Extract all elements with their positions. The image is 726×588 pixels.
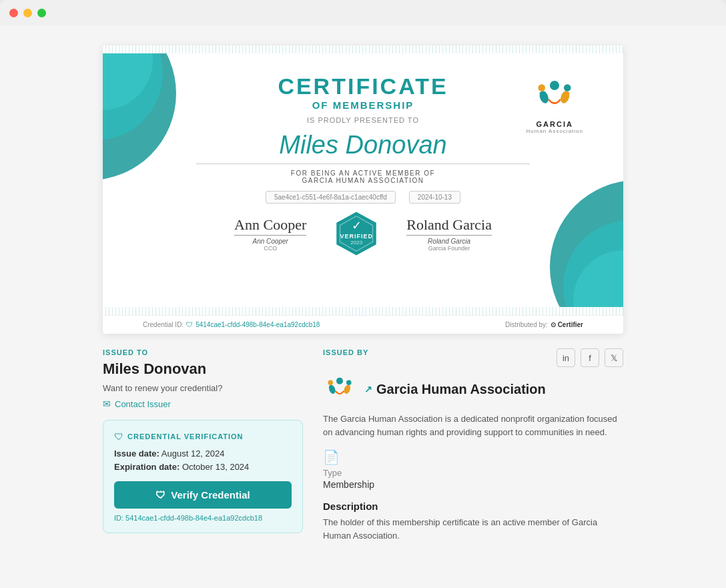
contact-issuer-link[interactable]: ✉ Contact Issuer — [103, 398, 303, 409]
verify-id: ID: 5414cae1-cfdd-498b-84e4-ea1a92cdcb18 — [114, 514, 292, 522]
cert-recipient-name: Miles Donovan — [143, 131, 583, 160]
document-icon: 📄 — [323, 449, 623, 465]
badge-year: 2023 — [333, 240, 380, 246]
description-text: The holder of this membership certificat… — [323, 516, 623, 542]
right-column: ISSUED BY in f 𝕏 — [323, 348, 623, 542]
certificate-header: CERTIFICATE OF MEMBERSHIP IS PRODLY PRES… — [143, 73, 583, 124]
renew-text: Want to renew your credential? — [103, 383, 303, 393]
maximize-button[interactable] — [37, 9, 46, 17]
signer1: Ann Cooper Ann Cooper CCO — [234, 216, 306, 252]
external-link-icon: ↗ — [364, 384, 372, 394]
svg-point-6 — [550, 81, 559, 90]
garcia-logo-sub: Human Association — [526, 128, 583, 134]
type-label: Type — [323, 468, 623, 478]
shield-icon: 🛡 — [114, 431, 123, 442]
issue-date-row: Issue date: August 12, 2024 — [114, 449, 292, 459]
certifier-logo: ⊙ Certifier — [551, 321, 583, 328]
page-wrapper: CERTIFICATE OF MEMBERSHIP IS PRODLY PRES… — [0, 25, 726, 588]
cert-logo: GARCIA Human Association — [526, 73, 583, 134]
type-value: Membership — [323, 479, 623, 490]
issuer-name: ↗ Garcia Human Association — [364, 382, 546, 397]
signer1-name: Ann Cooper — [234, 238, 306, 245]
signer2-name: Roland Garcia — [406, 238, 492, 245]
svg-point-13 — [336, 378, 343, 384]
shield-verify-icon: 🛡 — [155, 489, 165, 501]
certifier-brand: Distributed by: ⊙ Certifier — [505, 321, 583, 328]
twitter-icon[interactable]: 𝕏 — [605, 348, 623, 367]
linkedin-icon[interactable]: in — [557, 348, 575, 367]
cert-signers: Ann Cooper Ann Cooper CCO ✓ VERIFIED — [143, 210, 583, 257]
cert-divider — [196, 164, 530, 164]
verif-title: CREDENTIAL VERIFICATION — [127, 432, 244, 440]
signer1-signature: Ann Cooper — [234, 216, 306, 236]
type-section: 📄 Type Membership — [323, 449, 623, 490]
bottom-section: ISSUED TO Miles Donovan Want to renew yo… — [103, 348, 623, 542]
signer2-signature: Roland Garcia — [406, 216, 492, 236]
verification-box: 🛡 CREDENTIAL VERIFICATION Issue date: Au… — [103, 420, 303, 533]
certificate-card: CERTIFICATE OF MEMBERSHIP IS PRODLY PRES… — [103, 45, 623, 334]
issuer-row: ↗ Garcia Human Association — [323, 372, 623, 406]
cert-date-field: 2024-10-13 — [409, 191, 460, 204]
corner-decoration-br — [536, 174, 623, 307]
wave-bottom — [103, 307, 623, 315]
garcia-logo-name: GARCIA — [536, 120, 573, 128]
cert-footer-id: Credential ID: 🛡 5414cae1-cfdd-498b-84e4… — [143, 321, 320, 328]
signer2-role: Garcia Founder — [406, 245, 492, 252]
cert-fields: 5ae4ce1-c551-4e6f-8a1a-c1aec40cffd 2024-… — [143, 191, 583, 204]
close-button[interactable] — [9, 9, 18, 17]
cert-title-block: CERTIFICATE OF MEMBERSHIP IS PRODLY PRES… — [143, 73, 583, 124]
expiry-date-row: Expiration date: October 13, 2024 — [114, 462, 292, 472]
issuer-description: The Garcia Human Association is a dedica… — [323, 412, 623, 438]
svg-point-8 — [538, 84, 546, 91]
signer1-role: CCO — [234, 245, 306, 252]
left-column: ISSUED TO Miles Donovan Want to renew yo… — [103, 348, 303, 542]
description-section: Description The holder of this membershi… — [323, 501, 623, 542]
signer2: Roland Garcia Roland Garcia Garcia Found… — [406, 216, 492, 252]
svg-point-10 — [564, 84, 571, 91]
cert-id-field: 5ae4ce1-c551-4e6f-8a1a-c1aec40cffd — [266, 191, 396, 204]
credential-id-link[interactable]: 5414cae1-cfdd-498b-84e4-ea1a92cdcb18 — [196, 321, 320, 328]
minimize-button[interactable] — [23, 9, 32, 17]
cert-footer: Credential ID: 🛡 5414cae1-cfdd-498b-84e4… — [103, 315, 623, 334]
wave-top — [103, 45, 623, 53]
svg-point-17 — [346, 380, 352, 386]
certificate-inner: CERTIFICATE OF MEMBERSHIP IS PRODLY PRES… — [103, 53, 623, 307]
svg-point-15 — [328, 380, 334, 386]
issued-to-label: ISSUED TO — [103, 348, 303, 356]
verify-credential-button[interactable]: 🛡 Verify Credential — [114, 481, 292, 509]
verified-badge: ✓ VERIFIED 2023 — [333, 210, 380, 257]
issued-by-header: ISSUED BY in f 𝕏 — [323, 348, 623, 367]
issued-to-name: Miles Donovan — [103, 360, 303, 378]
issued-by-label: ISSUED BY — [323, 348, 368, 356]
description-label: Description — [323, 501, 623, 512]
badge-verified-label: VERIFIED — [333, 233, 380, 240]
verif-header: 🛡 CREDENTIAL VERIFICATION — [114, 431, 292, 442]
cert-subtitle: OF MEMBERSHIP — [143, 99, 583, 111]
facebook-icon[interactable]: f — [581, 348, 599, 367]
mail-icon: ✉ — [103, 398, 111, 409]
titlebar — [0, 0, 726, 25]
cert-title: CERTIFICATE — [143, 73, 583, 99]
issuer-logo — [323, 372, 356, 406]
social-icons: in f 𝕏 — [557, 348, 623, 367]
badge-hexagon: ✓ VERIFIED 2023 — [333, 210, 380, 257]
cert-presented: IS PRODLY PRESENTED TO — [143, 116, 583, 124]
cert-for-text: FOR BEING AN ACTIVE MEMBER OF GARCIA HUM… — [143, 170, 583, 184]
